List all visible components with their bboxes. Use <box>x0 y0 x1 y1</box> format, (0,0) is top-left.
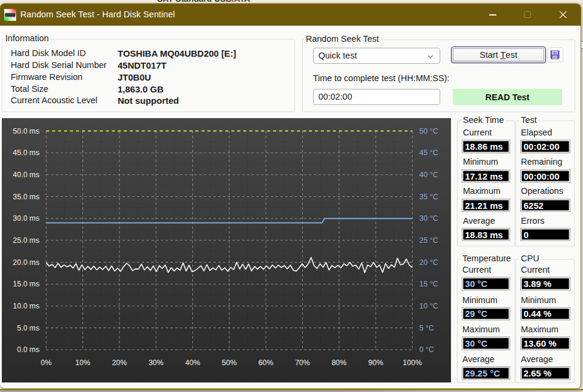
svg-text:10%: 10% <box>75 359 90 367</box>
svg-text:20 °C: 20 °C <box>419 258 438 267</box>
svg-text:40 °C: 40 °C <box>419 171 438 179</box>
svg-text:0 °C: 0 °C <box>419 345 434 354</box>
svg-text:90%: 90% <box>368 359 383 367</box>
svg-text:30.0 ms: 30.0 ms <box>13 214 39 223</box>
svg-text:30 °C: 30 °C <box>419 214 438 223</box>
svg-text:50.0 ms: 50.0 ms <box>13 127 39 135</box>
svg-text:5.0 ms: 5.0 ms <box>17 324 39 332</box>
svg-text:35.0 ms: 35.0 ms <box>13 193 39 201</box>
svg-text:50 °C: 50 °C <box>419 127 438 135</box>
svg-text:5 °C: 5 °C <box>419 324 434 332</box>
svg-text:15.0 ms: 15.0 ms <box>13 280 39 288</box>
svg-text:20%: 20% <box>112 359 127 367</box>
svg-text:0.0 ms: 0.0 ms <box>17 345 39 354</box>
svg-text:45.0 ms: 45.0 ms <box>13 149 39 157</box>
svg-text:40.0 ms: 40.0 ms <box>13 171 39 179</box>
svg-text:20.0 ms: 20.0 ms <box>13 258 39 267</box>
svg-text:10 °C: 10 °C <box>419 302 438 310</box>
svg-text:60%: 60% <box>259 359 274 367</box>
svg-text:50%: 50% <box>222 359 237 367</box>
svg-text:45 °C: 45 °C <box>419 149 438 157</box>
svg-text:35 °C: 35 °C <box>419 193 438 201</box>
svg-text:100%: 100% <box>403 359 422 367</box>
svg-text:80%: 80% <box>332 359 346 367</box>
svg-text:0%: 0% <box>41 359 51 367</box>
svg-text:25 °C: 25 °C <box>419 236 438 245</box>
svg-text:40%: 40% <box>185 359 200 367</box>
svg-text:25.0 ms: 25.0 ms <box>13 236 39 245</box>
svg-text:15 °C: 15 °C <box>419 280 438 288</box>
svg-text:70%: 70% <box>295 359 310 367</box>
svg-text:30%: 30% <box>149 359 164 367</box>
svg-text:10.0 ms: 10.0 ms <box>13 302 39 310</box>
